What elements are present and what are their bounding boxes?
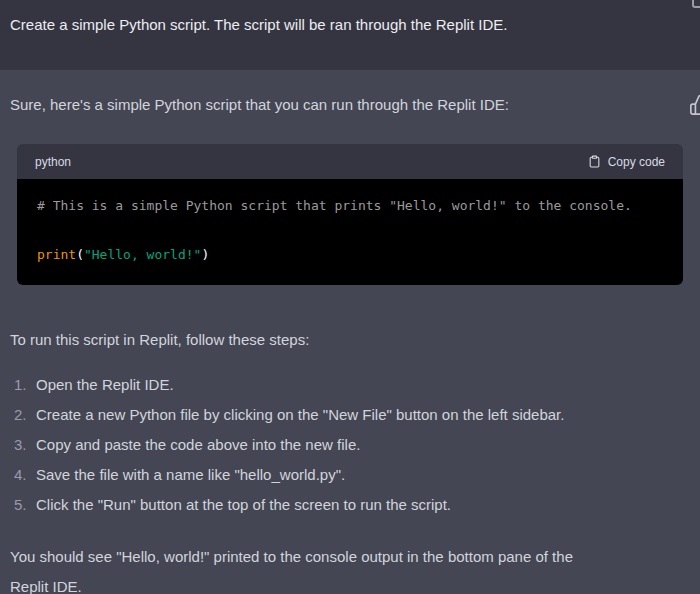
assistant-intro-text: Sure, here's a simple Python script that… <box>10 94 690 116</box>
list-item-number: 3. <box>14 434 36 456</box>
copy-code-label: Copy code <box>608 155 665 169</box>
list-item-number: 4. <box>14 464 36 486</box>
list-item: 3. Copy and paste the code above into th… <box>10 434 690 456</box>
code-comment: # This is a simple Python script that pr… <box>37 198 632 213</box>
edit-icon[interactable] <box>692 0 700 8</box>
list-item-number: 5. <box>14 494 36 516</box>
list-item-number: 1. <box>14 374 36 396</box>
python-code: # This is a simple Python script that pr… <box>37 194 663 268</box>
list-item-text: Create a new Python file by clicking on … <box>36 404 690 426</box>
code-language-label: python <box>35 155 71 169</box>
steps-intro-text: To run this script in Replit, follow the… <box>10 329 690 351</box>
code-content: # This is a simple Python script that pr… <box>17 179 683 285</box>
copy-code-button[interactable]: Copy code <box>588 154 665 169</box>
list-item-text: Copy and paste the code above into the n… <box>36 434 690 456</box>
list-item-number: 2. <box>14 404 36 426</box>
list-item-text: Open the Replit IDE. <box>36 374 690 396</box>
user-message-row: Create a simple Python script. The scrip… <box>0 0 700 70</box>
clipboard-icon <box>588 154 601 169</box>
steps-list: 1. Open the Replit IDE. 2. Create a new … <box>10 374 690 516</box>
code-token-print: print <box>37 247 76 262</box>
code-block: python Copy code # This is a simple Pyth… <box>17 144 683 285</box>
outro-text: You should see "Hello, world!" printed t… <box>10 542 690 594</box>
user-message-text: Create a simple Python script. The scrip… <box>10 14 640 36</box>
outro-line-2: Replit IDE. <box>10 572 690 594</box>
list-item: 2. Create a new Python file by clicking … <box>10 404 690 426</box>
list-item: 1. Open the Replit IDE. <box>10 374 690 396</box>
code-token-string: "Hello, world!" <box>84 247 201 262</box>
list-item: 4. Save the file with a name like "hello… <box>10 464 690 486</box>
assistant-message-row: Sure, here's a simple Python script that… <box>0 70 700 594</box>
list-item-text: Click the "Run" button at the top of the… <box>36 494 690 516</box>
code-token-close-paren: ) <box>201 247 209 262</box>
code-block-header: python Copy code <box>17 144 683 179</box>
list-item: 5. Click the "Run" button at the top of … <box>10 494 690 516</box>
outro-line-1: You should see "Hello, world!" printed t… <box>10 542 690 572</box>
list-item-text: Save the file with a name like "hello_wo… <box>36 464 690 486</box>
code-token-open-paren: ( <box>76 247 84 262</box>
thumbs-up-icon[interactable] <box>689 94 700 116</box>
